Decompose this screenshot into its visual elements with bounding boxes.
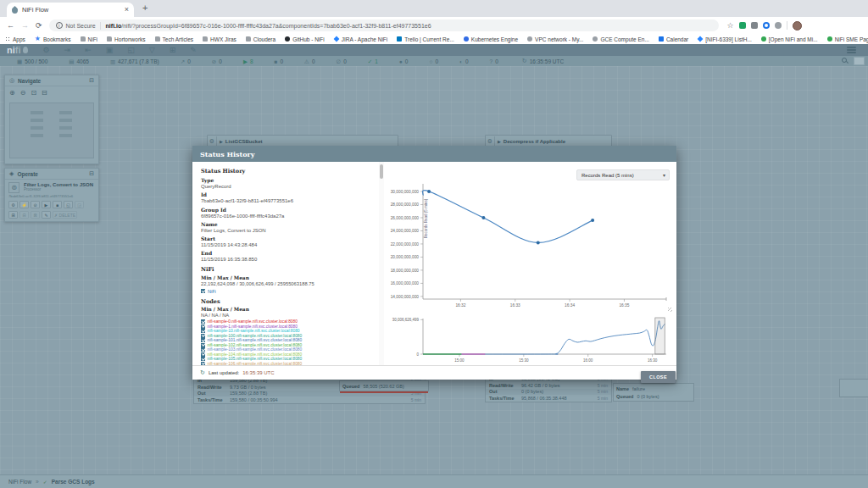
new-tab-button[interactable]: + bbox=[142, 3, 147, 13]
field-value: 11/15/2019 14:43:28.484 bbox=[201, 242, 379, 247]
bookmark-item[interactable]: VPC network - My... bbox=[527, 36, 583, 42]
bookmark-label: NiFi bbox=[88, 36, 98, 42]
nifi-status-bar: ▦500 / 500▤4065▥427,671 (7.8 TB)↗0⊘0▶8■0… bbox=[0, 56, 868, 66]
group-icon[interactable]: ⊠ bbox=[31, 211, 40, 219]
node-label: nifi-sample-10.nifi-sample.nifi.svc.clus… bbox=[208, 329, 300, 333]
selected-component-id: 7bab63e0-acf1-32f9-b811-ef49773551e6 bbox=[8, 194, 95, 198]
url-bar[interactable]: i Not Secure nifi.io /nifi/?processGroup… bbox=[49, 19, 719, 31]
status-history-dialog: Status History Status History TypeQueryR… bbox=[192, 146, 676, 380]
forward-icon[interactable]: → bbox=[21, 21, 29, 30]
processor-icon[interactable]: ⚙ bbox=[43, 45, 50, 55]
bookmark-item[interactable]: Apps bbox=[5, 36, 25, 42]
extension-icon[interactable] bbox=[763, 22, 770, 29]
bookmark-item[interactable]: NiFi SME Page (Ve... bbox=[827, 36, 868, 42]
connection-label-failure[interactable]: Name failure Queued 0 (0 bytes) bbox=[613, 383, 694, 402]
fill-color-icon[interactable]: ✎ bbox=[42, 211, 51, 219]
close-button[interactable]: CLOSE bbox=[641, 371, 676, 383]
bookmark-item[interactable]: Kubernetes Engine bbox=[464, 36, 518, 42]
copy-icon[interactable]: ⊞ bbox=[8, 211, 18, 219]
status-history-chart[interactable]: 30,000,000,00028,000,000,00026,000,000,0… bbox=[384, 180, 673, 313]
zoom-fit-icon[interactable]: ⊡ bbox=[31, 89, 36, 97]
bookmark-label: GitHub - NiFi bbox=[292, 36, 325, 42]
reload-icon[interactable]: ⟳ bbox=[36, 21, 42, 30]
status-queued: ▥427,671 (7.8 TB) bbox=[110, 58, 159, 64]
resize-handle-icon[interactable] bbox=[668, 308, 672, 312]
operate-palette: ◈ Operate ⊟ ⊚ Filter Logs, Convert to JS… bbox=[4, 168, 99, 222]
processor-icon: ⚙ bbox=[208, 136, 217, 146]
tab-close-icon[interactable]: × bbox=[125, 6, 129, 14]
profile-avatar[interactable] bbox=[793, 21, 802, 30]
info-icon[interactable]: i bbox=[56, 22, 63, 29]
label-icon[interactable]: ✎ bbox=[190, 45, 197, 55]
bookmark-item[interactable]: Trello | Current Re... bbox=[397, 36, 454, 42]
bookmark-item[interactable]: [Open NiFi and Mi... bbox=[761, 36, 818, 42]
url-path: /nifi/?processGroupId=6f89657c-016e-1000… bbox=[121, 23, 431, 29]
bookmark-item[interactable]: GitHub - NiFi bbox=[285, 36, 325, 42]
birdseye-toggle[interactable] bbox=[854, 57, 865, 65]
checkbox-checked-icon[interactable] bbox=[201, 289, 205, 293]
bookmark-item[interactable]: [NIFI-6339] ListH... bbox=[698, 36, 752, 42]
stat-label: Tasks/Time bbox=[198, 397, 230, 402]
delete-icon[interactable]: ✗ DELETE bbox=[53, 211, 77, 219]
output-port-icon[interactable]: ⇤ bbox=[85, 45, 92, 55]
upload-template-icon[interactable]: ◲ bbox=[75, 201, 84, 208]
bookmarks-bar: Apps★BookmarksNiFiHortonworksTech Articl… bbox=[0, 34, 868, 44]
disable-icon[interactable]: ⊘ bbox=[31, 201, 40, 208]
enable-icon[interactable]: ⚡ bbox=[19, 201, 29, 208]
queued-label: Queued bbox=[616, 394, 633, 399]
extension-icon[interactable] bbox=[739, 22, 746, 29]
stat-window: 5 min bbox=[598, 383, 608, 388]
global-menu-icon[interactable] bbox=[847, 46, 856, 55]
create-template-icon[interactable]: ◱ bbox=[64, 201, 73, 208]
bookmark-item[interactable]: NiFi bbox=[81, 36, 98, 42]
stop-icon[interactable]: ■ bbox=[53, 201, 62, 208]
template-icon[interactable]: ⊞ bbox=[170, 45, 176, 55]
remote-process-group-icon[interactable]: ◱ bbox=[127, 45, 135, 55]
zoom-in-icon[interactable]: ⊕ bbox=[9, 89, 15, 97]
collapse-icon[interactable]: ⊟ bbox=[89, 170, 94, 177]
refresh-icon[interactable]: ↻ bbox=[200, 369, 205, 376]
zoom-out-icon[interactable]: ⊖ bbox=[20, 89, 26, 97]
zoom-actual-icon[interactable]: ⊟ bbox=[42, 89, 47, 97]
search-icon[interactable] bbox=[842, 58, 849, 64]
divider bbox=[787, 21, 787, 30]
collapse-icon[interactable]: ⊟ bbox=[89, 77, 94, 84]
stat-row: Tasks/Time159,580 / 00:35:50.9945 min bbox=[194, 396, 425, 403]
bookmark-item[interactable]: Tech Articles bbox=[155, 36, 194, 42]
svg-text:15:00: 15:00 bbox=[454, 358, 465, 363]
paste-icon[interactable]: ⊟ bbox=[19, 211, 29, 219]
svg-text:16:32: 16:32 bbox=[455, 303, 465, 308]
metric-select[interactable]: Records Read (5 mins) ▾ bbox=[576, 169, 670, 180]
input-port-icon[interactable]: ⇥ bbox=[64, 45, 71, 55]
bookmark-item[interactable]: Cloudera bbox=[246, 36, 275, 42]
connection-label[interactable]: Queued 58,505 (520.62 GB) bbox=[339, 380, 429, 391]
status-locally-modified: ●0 bbox=[399, 58, 409, 64]
back-icon[interactable]: ← bbox=[7, 21, 14, 30]
start-icon[interactable]: ▶ bbox=[42, 201, 51, 208]
status-history-brush-chart[interactable]: 30,006,626,499015:0015:3016:0016:30 bbox=[384, 314, 673, 363]
gray-circle-icon bbox=[593, 36, 598, 42]
birdseye-minimap[interactable] bbox=[9, 103, 94, 158]
bookmark-item[interactable]: HWX Jiras bbox=[203, 36, 236, 42]
process-group-icon[interactable]: ▣ bbox=[106, 45, 114, 55]
bookmark-label: Cloudera bbox=[253, 36, 275, 42]
bookmark-item[interactable]: Calendar bbox=[659, 36, 688, 42]
extension-icon[interactable] bbox=[775, 22, 782, 29]
extension-icon[interactable] bbox=[751, 22, 758, 29]
browser-nav-bar: ← → ⟳ i Not Secure nifi.io /nifi/?proces… bbox=[0, 17, 868, 34]
bookmark-label: Trello | Current Re... bbox=[404, 36, 454, 42]
breadcrumb-root[interactable]: NiFi Flow bbox=[8, 479, 31, 485]
bookmark-item[interactable]: GCE Compute En... bbox=[593, 36, 648, 42]
bookmark-item[interactable]: Hortonworks bbox=[107, 36, 145, 42]
refresh-icon[interactable]: ↻ bbox=[522, 58, 527, 64]
funnel-icon[interactable]: ▽ bbox=[149, 45, 155, 55]
breadcrumb-current[interactable]: Parse GCS Logs bbox=[52, 479, 95, 485]
browser-tab[interactable]: NiFi Flow × bbox=[7, 3, 134, 17]
bookmark-item[interactable]: ★Bookmarks bbox=[35, 36, 71, 42]
svg-text:28,000,000,000: 28,000,000,000 bbox=[391, 202, 420, 207]
scrollbar-thumb[interactable] bbox=[380, 164, 383, 179]
bookmark-item[interactable]: JIRA - Apache NiFi bbox=[334, 36, 388, 42]
bookmark-star-icon[interactable]: ☆ bbox=[727, 21, 734, 30]
svg-text:16:33: 16:33 bbox=[510, 303, 520, 308]
configure-icon[interactable]: ⚙ bbox=[8, 201, 18, 208]
